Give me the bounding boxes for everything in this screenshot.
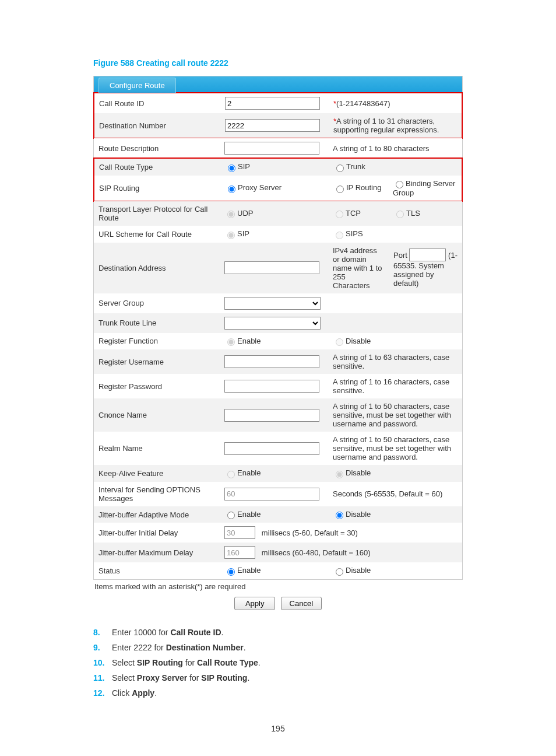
label-realm-name: Realm Name: [94, 432, 220, 465]
label-cnonce-name: Cnonce Name: [94, 398, 220, 432]
button-row: Apply Cancel: [93, 593, 463, 612]
radio-sip-routing-proxy[interactable]: Proxy Server: [225, 183, 281, 192]
label-destination-address: Destination Address: [94, 243, 220, 293]
label-call-route-id: Call Route ID: [94, 93, 220, 113]
cancel-button[interactable]: Cancel: [281, 597, 322, 610]
label-register-password: Register Password: [94, 374, 220, 398]
label-transport-protocol: Transport Layer Protocol for Call Route: [94, 201, 220, 226]
input-destination-number[interactable]: [225, 119, 320, 132]
radio-keepalive-enable: Enable: [224, 468, 261, 477]
radio-jbuf-adaptive-disable[interactable]: Disable: [333, 510, 371, 519]
hint-route-description: A string of 1 to 80 characters: [328, 138, 462, 158]
label-keep-alive: Keep-Alive Feature: [94, 465, 220, 482]
label-jbuf-adaptive: Jitter-buffer Adaptive Mode: [94, 506, 220, 523]
radio-register-enable: Enable: [224, 337, 261, 345]
label-trunk-route-line: Trunk Route Line: [94, 313, 220, 333]
hint-destination-address: IPv4 address or domain name with 1 to 25…: [328, 243, 389, 293]
hint-destination-number: *A string of 1 to 31 characters, support…: [329, 113, 462, 138]
label-jbuf-max: Jitter-buffer Maximum Delay: [94, 542, 220, 562]
label-register-username: Register Username: [94, 349, 220, 374]
input-register-password[interactable]: [224, 380, 319, 393]
label-destination-number: Destination Number: [94, 113, 220, 138]
radio-sip-routing-ip[interactable]: IP Routing: [333, 183, 381, 192]
radio-jbuf-adaptive-enable[interactable]: Enable: [224, 510, 261, 519]
port-block: Port (1-65535. System assigned by defaul…: [389, 243, 462, 293]
input-call-route-id[interactable]: [225, 97, 320, 110]
label-options-interval: Interval for Sending OPTIONS Messages: [94, 482, 220, 506]
radio-status-disable[interactable]: Disable: [333, 566, 371, 575]
configure-route-panel: Configure Route Call Route ID *(1-214748…: [93, 76, 463, 580]
hint-jbuf-initial: millisecs (5-60, Default = 30): [262, 528, 358, 537]
tab-configure-route[interactable]: Configure Route: [98, 78, 176, 93]
hint-options-interval: Seconds (5-65535, Default = 60): [328, 482, 462, 506]
label-sip-routing: SIP Routing: [94, 176, 220, 201]
radio-status-enable[interactable]: Enable: [224, 566, 261, 575]
hint-cnonce-name: A string of 1 to 50 characters, case sen…: [328, 398, 462, 432]
input-jbuf-initial: [224, 526, 255, 539]
radio-url-sip: SIP: [224, 229, 249, 238]
hint-jbuf-max: millisecs (60-480, Default = 160): [262, 548, 371, 557]
step-10: 10. Select SIP Routing for Call Route Ty…: [93, 658, 463, 667]
required-footnote: Items marked with an asterisk(*) are req…: [93, 580, 463, 593]
input-register-username[interactable]: [224, 355, 319, 368]
input-cnonce-name[interactable]: [224, 409, 319, 422]
radio-sip-routing-binding[interactable]: Binding Server Group: [393, 179, 455, 198]
label-jbuf-initial: Jitter-buffer Initial Delay: [94, 523, 220, 542]
input-options-interval: [224, 488, 319, 501]
radio-keepalive-disable: Disable: [333, 468, 371, 477]
select-trunk-route-line[interactable]: [224, 317, 321, 330]
label-url-scheme: URL Scheme for Call Route: [94, 226, 220, 243]
label-server-group: Server Group: [94, 293, 220, 313]
input-jbuf-max: [224, 546, 255, 559]
step-9: 9. Enter 2222 for Destination Number.: [93, 643, 463, 652]
label-register-function: Register Function: [94, 333, 220, 350]
label-call-route-type: Call Route Type: [94, 159, 220, 176]
label-status: Status: [94, 562, 220, 579]
radio-register-disable: Disable: [333, 337, 371, 345]
radio-transport-tls: TLS: [393, 209, 420, 218]
page-number: 195: [93, 724, 463, 733]
radio-transport-tcp: TCP: [333, 209, 361, 218]
apply-button[interactable]: Apply: [234, 597, 275, 610]
input-route-description[interactable]: [224, 142, 319, 155]
emphasis-box-ids: Call Route ID *(1-2147483647) Destinatio…: [93, 92, 463, 139]
radio-transport-udp: UDP: [224, 209, 253, 218]
radio-url-sips: SIPS: [333, 229, 363, 238]
select-server-group[interactable]: [224, 297, 321, 310]
label-route-description: Route Description: [94, 138, 220, 158]
hint-call-route-id: *(1-2147483647): [329, 93, 462, 113]
instruction-list: 8. Enter 10000 for Call Route ID. 9. Ent…: [93, 628, 463, 698]
hint-register-password: A string of 1 to 16 characters, case sen…: [328, 374, 462, 398]
figure-title: Figure 588 Creating call route 2222: [93, 58, 463, 68]
input-realm-name[interactable]: [224, 442, 319, 455]
input-port[interactable]: [409, 249, 446, 261]
step-11: 11. Select Proxy Server for SIP Routing.: [93, 673, 463, 682]
emphasis-box-routing: Call Route Type SIP Trunk SIP Routing Pr…: [93, 158, 463, 202]
hint-realm-name: A string of 1 to 50 characters, case sen…: [328, 432, 462, 465]
hint-register-username: A string of 1 to 63 characters, case sen…: [328, 349, 462, 374]
radio-call-route-type-sip[interactable]: SIP: [225, 162, 250, 171]
radio-call-route-type-trunk[interactable]: Trunk: [333, 162, 365, 171]
tab-bar: Configure Route: [94, 76, 462, 93]
step-8: 8. Enter 10000 for Call Route ID.: [93, 628, 463, 637]
input-destination-address[interactable]: [224, 261, 319, 274]
step-12: 12. Click Apply.: [93, 688, 463, 698]
